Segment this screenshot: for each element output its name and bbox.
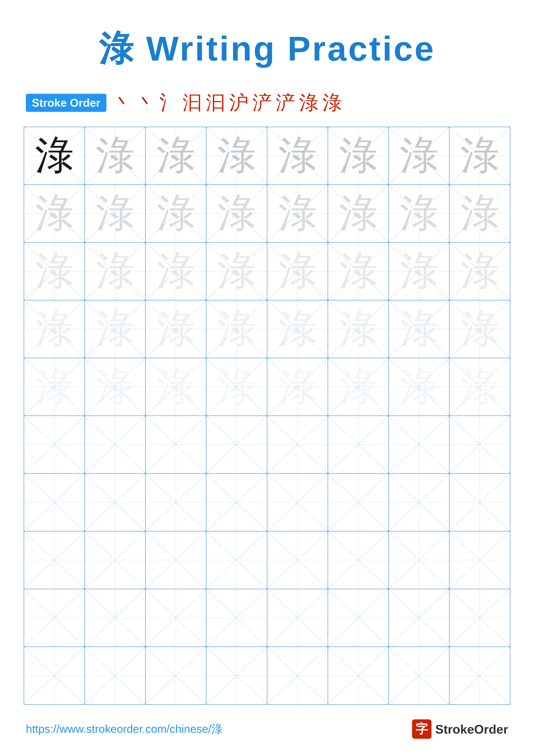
grid-cell[interactable] (389, 647, 449, 705)
grid-cell[interactable]: 淥 (267, 358, 328, 416)
grid-cell[interactable]: 淥 (206, 300, 267, 358)
grid-cell[interactable] (206, 416, 267, 473)
stroke-char-1: 丶 (113, 90, 132, 116)
grid-cell[interactable]: 淥 (449, 185, 510, 242)
grid-cell[interactable]: 淥 (145, 358, 206, 416)
grid-cell[interactable] (449, 589, 510, 647)
footer-url-link[interactable]: https://www.strokeorder.com/chinese/淥 (26, 721, 222, 737)
grid-cell[interactable] (206, 647, 267, 705)
grid-cell[interactable] (85, 531, 145, 589)
practice-char: 淥 (217, 192, 256, 235)
grid-cell[interactable]: 淥 (449, 358, 510, 416)
grid-cell[interactable]: 淥 (24, 127, 85, 185)
grid-cell[interactable]: 淥 (267, 127, 328, 185)
grid-cell[interactable]: 淥 (389, 358, 449, 416)
practice-char: 淥 (460, 308, 499, 350)
practice-char: 淥 (96, 250, 135, 293)
grid-cell[interactable]: 淥 (145, 300, 206, 358)
practice-char: 淥 (339, 365, 378, 408)
grid-cell[interactable] (85, 473, 145, 531)
grid-cell[interactable]: 淥 (389, 185, 449, 242)
grid-cell[interactable] (449, 416, 510, 473)
grid-cell[interactable]: 淥 (267, 300, 328, 358)
grid-cell[interactable] (328, 473, 389, 531)
grid-cell[interactable]: 淥 (206, 185, 267, 242)
grid-cell[interactable]: 淥 (24, 185, 85, 242)
practice-char: 淥 (217, 365, 256, 408)
grid-cell[interactable] (206, 473, 267, 531)
grid-cell[interactable]: 淥 (328, 242, 389, 300)
grid-cell[interactable] (328, 589, 389, 647)
grid-cell[interactable]: 淥 (267, 185, 328, 242)
grid-cell[interactable] (389, 589, 449, 647)
grid-cell[interactable] (145, 416, 206, 473)
grid-cell[interactable] (389, 473, 449, 531)
grid-cell[interactable]: 淥 (24, 242, 85, 300)
practice-char: 淥 (399, 365, 438, 408)
grid-cell[interactable]: 淥 (449, 127, 510, 185)
grid-cell[interactable] (206, 531, 267, 589)
grid-cell[interactable] (328, 647, 389, 705)
grid-cell[interactable]: 淥 (85, 127, 145, 185)
grid-cell[interactable] (449, 531, 510, 589)
grid-cell[interactable]: 淥 (85, 358, 145, 416)
grid-cell[interactable] (449, 473, 510, 531)
grid-cell[interactable] (389, 531, 449, 589)
grid-cell[interactable]: 淥 (145, 185, 206, 242)
grid-cell[interactable]: 淥 (389, 242, 449, 300)
grid-cell[interactable]: 淥 (328, 185, 389, 242)
grid-cell[interactable] (267, 589, 328, 647)
grid-cell[interactable]: 淥 (206, 242, 267, 300)
grid-cell[interactable]: 淥 (328, 300, 389, 358)
grid-cell[interactable]: 淥 (24, 300, 85, 358)
grid-cell[interactable] (85, 589, 145, 647)
grid-cell[interactable] (267, 647, 328, 705)
grid-cell[interactable]: 淥 (449, 300, 510, 358)
grid-cell[interactable] (267, 531, 328, 589)
grid-cell[interactable] (206, 589, 267, 647)
grid-cell[interactable]: 淥 (145, 127, 206, 185)
grid-cell[interactable] (449, 647, 510, 705)
practice-char: 淥 (35, 308, 74, 350)
grid-cell[interactable] (389, 416, 449, 473)
practice-char: 淥 (96, 134, 135, 177)
grid-cell[interactable]: 淥 (85, 300, 145, 358)
grid-cell[interactable]: 淥 (85, 185, 145, 242)
grid-cell[interactable] (24, 647, 85, 705)
practice-char: 淥 (278, 134, 317, 177)
grid-cell[interactable]: 淥 (389, 300, 449, 358)
practice-char: 淥 (156, 134, 195, 177)
grid-cell[interactable]: 淥 (145, 242, 206, 300)
grid-cell[interactable]: 淥 (267, 242, 328, 300)
grid-cell[interactable] (145, 531, 206, 589)
table-row: 淥 淥 淥 淥 (24, 242, 510, 300)
grid-cell[interactable]: 淥 (206, 358, 267, 416)
stroke-char-3: 氵 (159, 90, 179, 116)
grid-cell[interactable] (145, 647, 206, 705)
grid-cell[interactable] (24, 589, 85, 647)
practice-char: 淥 (156, 192, 195, 235)
grid-cell[interactable] (328, 531, 389, 589)
grid-cell[interactable] (24, 416, 85, 473)
practice-char: 淥 (156, 365, 195, 408)
practice-grid-container: 淥 淥 淥 淥 (0, 127, 534, 705)
grid-cell[interactable] (85, 416, 145, 473)
grid-cell[interactable] (145, 473, 206, 531)
grid-cell[interactable] (145, 589, 206, 647)
grid-cell[interactable]: 淥 (85, 242, 145, 300)
practice-char: 淥 (399, 250, 438, 293)
table-row (24, 531, 510, 589)
grid-cell[interactable] (24, 473, 85, 531)
grid-cell[interactable] (267, 473, 328, 531)
grid-cell[interactable]: 淥 (328, 358, 389, 416)
grid-cell[interactable] (85, 647, 145, 705)
grid-cell[interactable] (267, 416, 328, 473)
grid-cell[interactable] (328, 416, 389, 473)
grid-cell[interactable]: 淥 (206, 127, 267, 185)
grid-cell[interactable]: 淥 (328, 127, 389, 185)
grid-cell[interactable]: 淥 (389, 127, 449, 185)
grid-cell[interactable]: 淥 (24, 358, 85, 416)
grid-cell[interactable]: 淥 (449, 242, 510, 300)
table-row (24, 473, 510, 531)
grid-cell[interactable] (24, 531, 85, 589)
